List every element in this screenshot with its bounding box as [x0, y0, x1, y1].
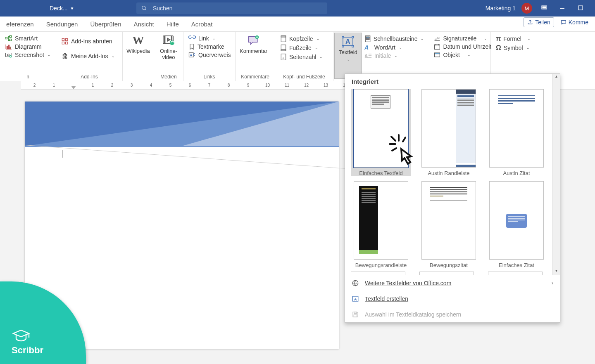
svg-rect-19 [164, 36, 165, 44]
screenshot-icon [5, 52, 12, 58]
maximize-button[interactable] [574, 5, 587, 12]
gallery-item-austin-quote[interactable]: Austin Zitat [486, 89, 547, 176]
quickparts-button[interactable]: Schnellbausteine⌄ [364, 35, 424, 43]
svg-rect-41 [435, 45, 440, 49]
textbox-button[interactable]: A Textfeld ⌄ [334, 33, 362, 79]
tab-acrobat[interactable]: Acrobat [185, 17, 219, 31]
svg-point-0 [142, 6, 145, 9]
minimize-button[interactable]: ─ [556, 5, 569, 12]
equation-icon: π [496, 35, 501, 43]
comment-button[interactable]: Kommentar [236, 32, 271, 54]
group-label: n [0, 74, 56, 81]
group-label-media: Medien [154, 74, 183, 81]
textbox-icon: A [342, 36, 354, 47]
share-label: Teilen [535, 19, 550, 26]
gallery-scrollbar[interactable]: ▴ ▾ [552, 74, 560, 275]
wordart-button[interactable]: A WordArt⌄ [364, 44, 424, 51]
object-button[interactable]: Objekt⌄ [434, 52, 491, 58]
svg-rect-35 [352, 45, 354, 47]
ruler-tick: 13 [316, 83, 336, 87]
chevron-down-icon: ⌄ [399, 45, 402, 50]
svg-rect-6 [10, 35, 12, 38]
ribbon-display-options-icon[interactable] [538, 5, 550, 12]
user-name[interactable]: Marketing 1 [486, 5, 516, 12]
ribbon-tabs: eferenzen Sendungen Überprüfen Ansicht H… [0, 17, 595, 32]
svg-rect-44 [72, 89, 75, 90]
symbol-button[interactable]: Ω Symbol⌄ [496, 44, 531, 52]
group-illustrations-partial: SmartArt Diagramm Screenshot⌄ n [0, 32, 56, 81]
chart-button[interactable]: Diagramm [5, 43, 51, 50]
tab-view[interactable]: Ansicht [128, 17, 160, 31]
chevron-down-icon: ⌄ [467, 53, 471, 57]
link-label: Link [198, 35, 209, 42]
search-box[interactable]: Suchen [136, 2, 327, 14]
footer-label: Fußzeile [289, 45, 312, 51]
dropcap-button[interactable]: A Initiale⌄ [364, 52, 424, 59]
footer-button[interactable]: Fußzeile⌄ [280, 44, 323, 52]
crossref-button[interactable]: Querverweis [188, 52, 231, 58]
graduation-cap-icon [12, 329, 31, 343]
user-avatar[interactable]: M [521, 3, 532, 14]
gallery-item-label: Einfaches Textfeld [359, 170, 402, 176]
header-icon [280, 35, 287, 43]
gallery-item-motion-quote[interactable]: Bewegungszitat [419, 181, 479, 268]
svg-rect-3 [543, 7, 546, 8]
tab-references[interactable]: eferenzen [0, 17, 40, 31]
chevron-down-icon: ⌄ [212, 36, 216, 40]
indent-marker-icon[interactable] [71, 86, 76, 90]
document-name[interactable]: Deck... ▼ [50, 5, 83, 12]
crossref-label: Querverweis [198, 52, 231, 58]
svg-rect-34 [342, 45, 344, 47]
datetime-button[interactable]: Datum und Uhrzeit [434, 43, 491, 50]
signature-icon [434, 35, 440, 42]
scroll-down-icon[interactable]: ▾ [553, 268, 560, 275]
gallery-commands: Weitere Textfelder von Office.com › A Te… [345, 275, 560, 322]
gallery-item-simple-textbox[interactable]: Einfaches Textfeld [351, 89, 411, 176]
svg-rect-4 [578, 6, 583, 10]
gallery-item-simple-quote[interactable]: Einfaches Zitat [486, 181, 547, 268]
video-icon [162, 35, 175, 46]
svg-text:A: A [364, 44, 369, 51]
quickparts-icon [364, 35, 371, 43]
smartart-button[interactable]: SmartArt [5, 35, 51, 42]
ruler-tick: 8 [219, 83, 238, 87]
gallery-item-austin-sidebar[interactable]: Austin Randleiste [419, 89, 479, 176]
screenshot-button[interactable]: Screenshot⌄ [5, 52, 51, 58]
gallery-item-label: Einfaches Zitat [499, 262, 534, 268]
tab-mailings[interactable]: Sendungen [40, 17, 84, 31]
tab-help[interactable]: Hilfe [160, 17, 185, 31]
text-cursor [62, 150, 62, 158]
gallery-item-label: Bewegungsrandleiste [355, 262, 407, 268]
my-addins-button[interactable]: Meine Add-Ins⌄ [61, 52, 115, 60]
gallery-item-label: Austin Randleiste [428, 170, 469, 176]
online-video-button[interactable]: Online-video [154, 32, 183, 61]
draw-textbox[interactable]: A Textfeld erstellen [345, 291, 560, 307]
save-to-gallery: Auswahl im Textfeldkatalog speichern [345, 307, 560, 322]
wikipedia-button[interactable]: W Wikipedia [123, 32, 154, 81]
wordart-icon: A [364, 44, 372, 51]
my-addins-label: Meine Add-Ins [71, 53, 108, 59]
chevron-down-icon: ▼ [70, 6, 74, 11]
share-button[interactable]: Teilen [524, 17, 554, 27]
signature-line-button[interactable]: Signaturzeile⌄ [434, 35, 491, 42]
header-button[interactable]: Kopfzeile⌄ [280, 35, 323, 43]
svg-text:A: A [354, 297, 357, 301]
equation-button[interactable]: π Formel⌄ [496, 35, 531, 43]
bookmark-icon [188, 43, 195, 50]
gallery-item-motion-sidebar[interactable]: Bewegungsrandleiste [351, 181, 411, 268]
svg-rect-48 [354, 312, 357, 314]
smartart-label: SmartArt [15, 35, 38, 42]
get-addins-button[interactable]: Add-Ins abrufen [61, 38, 115, 45]
more-textboxes-online[interactable]: Weitere Textfelder von Office.com › [345, 275, 560, 291]
link-button[interactable]: Link⌄ [188, 35, 231, 42]
page-number-button[interactable]: # Seitenzahl⌄ [280, 53, 323, 61]
scroll-up-icon[interactable]: ▴ [553, 74, 560, 80]
dropcap-icon: A [364, 53, 372, 59]
gallery-item-label: Austin Zitat [503, 170, 530, 176]
bookmark-button[interactable]: Textmarke [188, 43, 231, 50]
comments-button[interactable]: Komme [557, 17, 592, 27]
textbox-gallery-dropdown: Integriert Einfaches Textfeld Austin Ran… [345, 73, 560, 323]
group-addins: Add-Ins abrufen Meine Add-Ins⌄ Add-Ins [56, 32, 123, 81]
new-comment-icon [248, 34, 260, 47]
tab-review[interactable]: Überprüfen [84, 17, 127, 31]
